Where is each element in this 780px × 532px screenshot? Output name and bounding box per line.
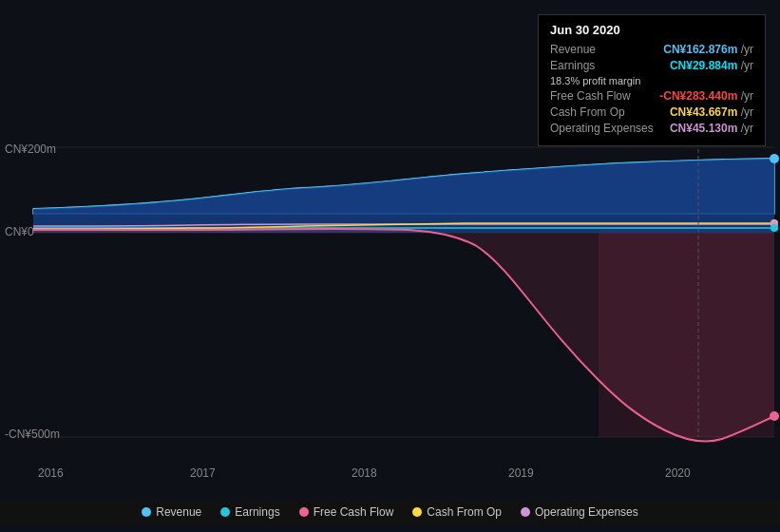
tooltip-fcf-row: Free Cash Flow -CN¥283.440m /yr bbox=[550, 89, 753, 103]
tooltip-cashfromop-row: Cash From Op CN¥43.667m /yr bbox=[550, 105, 753, 119]
y-axis-top: CN¥200m bbox=[5, 142, 56, 156]
legend-fcf-label: Free Cash Flow bbox=[314, 505, 394, 519]
legend-fcf[interactable]: Free Cash Flow bbox=[299, 505, 394, 519]
tooltip-fcf-value: -CN¥283.440m /yr bbox=[659, 89, 753, 103]
svg-point-5 bbox=[770, 154, 779, 163]
legend-cash-from-op-dot bbox=[412, 507, 422, 517]
chart-legend: Revenue Earnings Free Cash Flow Cash Fro… bbox=[0, 500, 780, 524]
tooltip-date: Jun 30 2020 bbox=[550, 23, 753, 37]
svg-point-9 bbox=[770, 224, 778, 232]
tooltip-earnings-sub: 18.3% profit margin bbox=[550, 75, 753, 86]
svg-point-6 bbox=[770, 411, 779, 421]
legend-earnings-dot bbox=[220, 507, 230, 517]
tooltip-fcf-label: Free Cash Flow bbox=[550, 89, 631, 103]
x-axis-2019: 2019 bbox=[508, 466, 534, 480]
y-axis-mid: CN¥0 bbox=[5, 225, 34, 238]
legend-earnings-label: Earnings bbox=[235, 505, 279, 519]
tooltip-earnings-label: Earnings bbox=[550, 59, 595, 72]
legend-opex-label: Operating Expenses bbox=[535, 505, 638, 519]
legend-fcf-dot bbox=[299, 507, 309, 517]
data-tooltip: Jun 30 2020 Revenue CN¥162.876m /yr Earn… bbox=[538, 14, 766, 146]
y-axis-bottom: -CN¥500m bbox=[5, 428, 60, 441]
x-axis-2018: 2018 bbox=[352, 466, 377, 480]
tooltip-revenue-label: Revenue bbox=[550, 43, 596, 56]
legend-revenue-dot bbox=[142, 507, 151, 517]
chart-container: CN¥200m CN¥0 -CN¥500m 2016 2017 2018 201… bbox=[0, 0, 780, 532]
tooltip-cashfromop-value: CN¥43.667m /yr bbox=[670, 105, 753, 119]
x-axis-2017: 2017 bbox=[190, 466, 216, 480]
x-axis-2016: 2016 bbox=[38, 466, 64, 480]
legend-opex-dot bbox=[521, 507, 530, 517]
tooltip-opex-label: Operating Expenses bbox=[550, 122, 654, 135]
legend-cash-from-op-label: Cash From Op bbox=[427, 505, 502, 519]
tooltip-opex-row: Operating Expenses CN¥45.130m /yr bbox=[550, 122, 753, 135]
x-axis-2020: 2020 bbox=[665, 466, 691, 480]
tooltip-earnings-value: CN¥29.884m /yr bbox=[670, 59, 753, 72]
legend-opex[interactable]: Operating Expenses bbox=[521, 505, 638, 519]
tooltip-revenue-row: Revenue CN¥162.876m /yr bbox=[550, 43, 753, 56]
tooltip-opex-value: CN¥45.130m /yr bbox=[670, 122, 753, 135]
legend-cash-from-op[interactable]: Cash From Op bbox=[412, 505, 502, 519]
tooltip-revenue-value: CN¥162.876m /yr bbox=[663, 43, 753, 56]
legend-revenue[interactable]: Revenue bbox=[142, 505, 201, 519]
legend-earnings[interactable]: Earnings bbox=[220, 505, 279, 519]
tooltip-earnings-row: Earnings CN¥29.884m /yr bbox=[550, 59, 753, 72]
legend-revenue-label: Revenue bbox=[156, 505, 201, 519]
tooltip-cashfromop-label: Cash From Op bbox=[550, 105, 625, 119]
